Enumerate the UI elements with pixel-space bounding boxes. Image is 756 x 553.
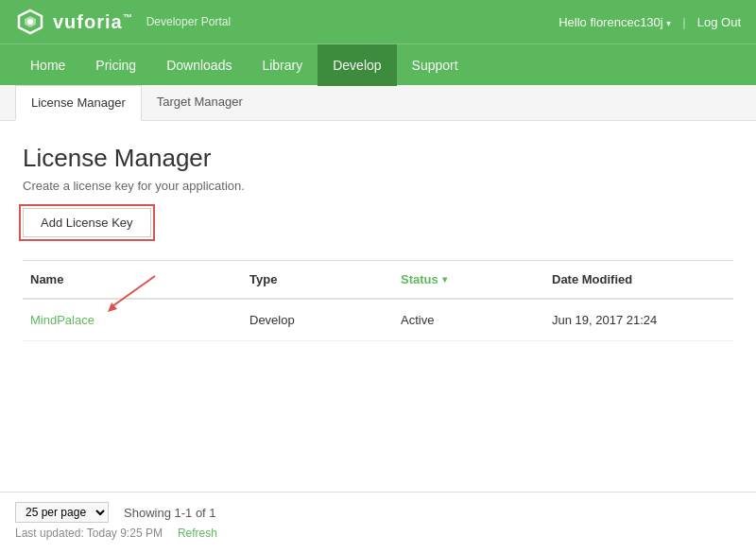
showing-text: Showing 1-1 of 1	[124, 506, 216, 520]
table-row: MindPalace Develop Active Jun 19, 2017 2…	[23, 300, 733, 341]
top-bar: vuforia™ Developer Portal Hello florence…	[0, 0, 756, 43]
last-updated-text: Last updated: Today 9:25 PM	[15, 527, 163, 540]
per-page-select[interactable]: 25 per page	[15, 502, 109, 523]
footer: 25 per page Showing 1-1 of 1 Last update…	[0, 492, 756, 553]
nav-item-library[interactable]: Library	[247, 44, 318, 86]
col-type: Develop	[242, 309, 393, 331]
vuforia-logo-icon	[15, 7, 45, 37]
nav-item-develop[interactable]: Develop	[318, 44, 396, 86]
col-status: Active	[393, 309, 544, 331]
page-subtitle: Create a license key for your applicatio…	[23, 179, 733, 193]
col-header-date-modified: Date Modified	[544, 268, 733, 290]
separator: |	[682, 15, 685, 29]
nav-item-downloads[interactable]: Downloads	[151, 44, 247, 86]
nav-item-home[interactable]: Home	[15, 44, 80, 86]
license-table: Name Type Status ▾ Date Modified MindPal…	[23, 260, 733, 341]
refresh-link[interactable]: Refresh	[178, 527, 217, 540]
license-name-link[interactable]: MindPalace	[30, 313, 94, 327]
col-name: MindPalace	[23, 309, 242, 331]
tab-target-manager[interactable]: Target Manager	[142, 85, 258, 121]
add-license-key-button[interactable]: Add License Key	[23, 208, 151, 237]
user-greeting: Hello florencec130j ▾	[558, 15, 671, 29]
page-title: License Manager	[23, 144, 733, 173]
svg-point-2	[27, 19, 33, 25]
footer-pagination-row: 25 per page Showing 1-1 of 1	[15, 502, 741, 523]
nav-item-support[interactable]: Support	[397, 44, 473, 86]
nav-bar: Home Pricing Downloads Library Develop S…	[0, 43, 756, 85]
logout-link[interactable]: Log Out	[697, 15, 741, 29]
status-sort-icon: ▾	[442, 274, 447, 285]
chevron-down-icon: ▾	[666, 18, 671, 28]
logo-text: vuforia™	[53, 11, 133, 33]
main-content: License Manager Create a license key for…	[0, 121, 756, 341]
nav-item-pricing[interactable]: Pricing	[80, 44, 151, 86]
col-header-name: Name	[23, 268, 242, 290]
portal-label: Developer Portal	[146, 15, 231, 28]
tab-license-manager[interactable]: License Manager	[15, 85, 142, 121]
col-header-status[interactable]: Status ▾	[393, 268, 544, 290]
tab-bar: License Manager Target Manager	[0, 85, 756, 121]
col-date-modified: Jun 19, 2017 21:24	[544, 309, 733, 331]
user-area: Hello florencec130j ▾ | Log Out	[558, 15, 741, 29]
table-header: Name Type Status ▾ Date Modified	[23, 261, 733, 300]
col-header-type: Type	[242, 268, 393, 290]
footer-update-row: Last updated: Today 9:25 PM Refresh	[15, 527, 741, 540]
logo-area: vuforia™ Developer Portal	[15, 7, 231, 37]
